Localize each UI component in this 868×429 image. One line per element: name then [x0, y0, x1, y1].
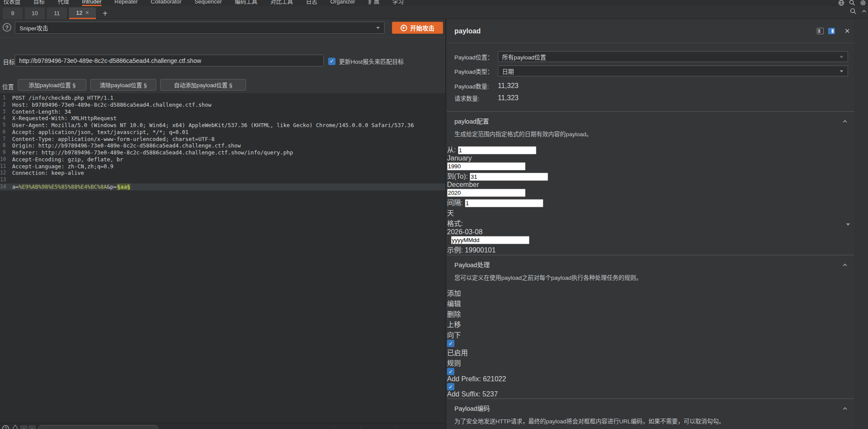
rule-add-button[interactable]: 添加 — [447, 288, 854, 298]
collapse-icon[interactable] — [842, 405, 848, 413]
close-panel-icon[interactable]: × — [845, 26, 850, 36]
divider — [334, 426, 352, 429]
chevron-down-icon — [840, 70, 843, 72]
tab-11[interactable]: 11 — [47, 7, 67, 19]
prev-match-button[interactable]: < — [20, 426, 27, 429]
add-payload-position-button[interactable]: 添加payload位置 § — [18, 79, 86, 91]
menu-organizer[interactable]: Organizer — [330, 0, 355, 6]
payload-encoding-header: Payload编码 — [454, 403, 490, 413]
clear-payload-position-button[interactable]: 清除payload位置 § — [90, 79, 156, 91]
collapse-icon[interactable] — [842, 118, 848, 126]
request-line: 4X-Requested-With: XMLHttpRequest — [0, 115, 446, 122]
editor-search-input[interactable] — [38, 425, 158, 429]
rule-up-button[interactable]: 上移 — [447, 319, 854, 329]
rule-edit-button[interactable]: 编辑 — [447, 298, 854, 308]
divider — [360, 426, 378, 429]
payload-settings-panel: payload × Payload位置： 所有payload位置 Payload… — [447, 19, 854, 429]
from-day-input[interactable] — [458, 146, 536, 154]
rules-table-header: ✓ 已启用 规则 — [447, 340, 854, 368]
payload-position-select[interactable]: 所有payload位置 — [498, 51, 848, 62]
request-line: 9Referer: http://b9789496-73e0-489e-8c2c… — [0, 149, 446, 156]
browser-icon[interactable] — [838, 0, 845, 6]
payload-count-label: Payload数量: — [454, 82, 498, 90]
rule-enabled-checkbox[interactable]: ✓ — [447, 383, 454, 390]
help-icon[interactable]: ? — [3, 23, 11, 32]
start-attack-button[interactable]: 开始攻击 — [392, 22, 443, 34]
panel-header: payload × — [447, 19, 854, 43]
collapse-icon[interactable] — [842, 262, 848, 269]
payload-processing-desc: 您可以定义在使用payload之前对每个payload执行各种处理任务的规则。 — [447, 273, 854, 288]
next-match-button[interactable]: > — [29, 426, 36, 429]
step-label: 间隔: — [447, 199, 463, 206]
rule-down-button[interactable]: 向下 — [447, 329, 854, 340]
request-editor[interactable]: 1POST /info/checkdb.php HTTP/1.1 2Host: … — [0, 93, 446, 423]
panel-title: payload — [454, 27, 480, 35]
tab-10[interactable]: 10 — [25, 7, 45, 19]
format-example: 示例: 19900101 — [447, 244, 854, 255]
attack-type-select[interactable]: Sniper攻击 — [15, 22, 385, 34]
from-month-select[interactable]: January — [447, 154, 854, 162]
divider — [0, 37, 446, 38]
tab-search-icon[interactable] — [850, 8, 857, 16]
rule-column-header: 规则 — [447, 357, 854, 368]
step-unit-select[interactable]: 天 — [447, 207, 854, 218]
chevron-down-icon — [376, 27, 380, 29]
menu-intruder[interactable]: Intruder — [82, 0, 102, 6]
table-row[interactable]: ✓ Add Prefix: 621022 — [447, 368, 854, 383]
request-line: 12Connection: keep-alive — [0, 170, 446, 177]
menu-logger[interactable]: 日志 — [306, 0, 317, 6]
menu-repeater[interactable]: Repeater — [115, 0, 138, 6]
tab-9[interactable]: 9 — [3, 7, 23, 19]
request-line: 5User-Agent: Mozilla/5.0 (Windows NT 10.… — [0, 122, 446, 129]
request-line: 13 — [0, 177, 446, 183]
menu-decoder[interactable]: 编码工具 — [235, 0, 257, 6]
chevron-down-icon — [840, 56, 843, 58]
update-host-label: 更新Host报头来匹配目标 — [339, 57, 404, 65]
menu-proxy[interactable]: 代理 — [58, 0, 69, 6]
enable-all-checkbox[interactable]: ✓ — [447, 340, 454, 347]
search-help-icon[interactable]: ? — [2, 425, 9, 429]
step-input[interactable] — [465, 199, 543, 207]
payload-processing-header: Payload处理 — [454, 260, 490, 269]
menu-learn[interactable]: 学习 — [392, 0, 404, 6]
menu-target[interactable]: 目标 — [33, 0, 45, 6]
payload-processing-section: Payload处理 您可以定义在使用payload之前对每个payload执行各… — [447, 255, 854, 398]
to-month-select[interactable]: December — [447, 181, 854, 189]
side-view-icon[interactable] — [828, 28, 835, 34]
rules-table[interactable]: ✓ 已启用 规则 ✓ Add Prefix: 621022 ✓ Add Suff… — [447, 340, 854, 398]
format-custom-input[interactable] — [451, 236, 529, 244]
payload-type-label: Payload类型： — [454, 67, 498, 75]
chevron-down-icon — [846, 223, 850, 226]
close-tab-icon[interactable]: × — [85, 9, 89, 16]
from-year-input[interactable] — [447, 162, 526, 170]
intruder-positions-pane: ? Sniper攻击 开始攻击 目标 ✓ 更新Host报头来匹配目标 位置 添加… — [0, 19, 446, 429]
rule-delete-button[interactable]: 删除 — [447, 308, 854, 319]
rule-enabled-checkbox[interactable]: ✓ — [447, 368, 454, 375]
menu-extensions[interactable]: 扩展 — [368, 0, 379, 6]
menu-comparer[interactable]: 对比工具 — [270, 0, 293, 6]
menu-dashboard[interactable]: 仪表盘 — [3, 0, 20, 6]
search-icon[interactable] — [849, 0, 855, 6]
play-circle-icon — [401, 25, 407, 31]
to-year-input[interactable] — [447, 189, 526, 197]
target-url-input[interactable] — [15, 55, 324, 66]
request-line: 3Content-Length: 34 — [0, 108, 446, 115]
request-line: 11Accept-Language: zh-CN,zh;q=0.9 — [0, 163, 446, 170]
payload-config-section: payload配置 生成给定范围内指定格式的日期有效内容的payload。 从:… — [447, 111, 854, 255]
update-host-checkbox[interactable]: ✓ — [328, 58, 335, 65]
gear-icon[interactable] — [860, 0, 866, 6]
target-label: 目标 — [3, 57, 15, 66]
format-preset-select[interactable]: 2026-03-08 — [447, 228, 511, 236]
tab-12[interactable]: 12 × — [69, 7, 96, 19]
collapse-panel-icon[interactable] — [861, 8, 867, 16]
payload-position-label: Payload位置： — [454, 52, 498, 61]
menu-sequencer[interactable]: Sequencer — [194, 0, 222, 6]
payload-type-select[interactable]: 日期 — [498, 65, 848, 76]
table-row[interactable]: ✓ Add Suffix: 5237 — [447, 383, 854, 398]
auto-payload-position-button[interactable]: 自动添加payload位置 § — [160, 79, 246, 91]
to-day-input[interactable] — [470, 173, 548, 181]
menu-collaborator[interactable]: Collaborator — [151, 0, 181, 6]
payload-encoding-section: Payload编码 为了安全地发送HTTP请求，最终的payload将会对框框内… — [447, 398, 854, 429]
split-view-icon[interactable] — [817, 28, 824, 34]
new-tab-button[interactable]: + — [101, 9, 109, 19]
